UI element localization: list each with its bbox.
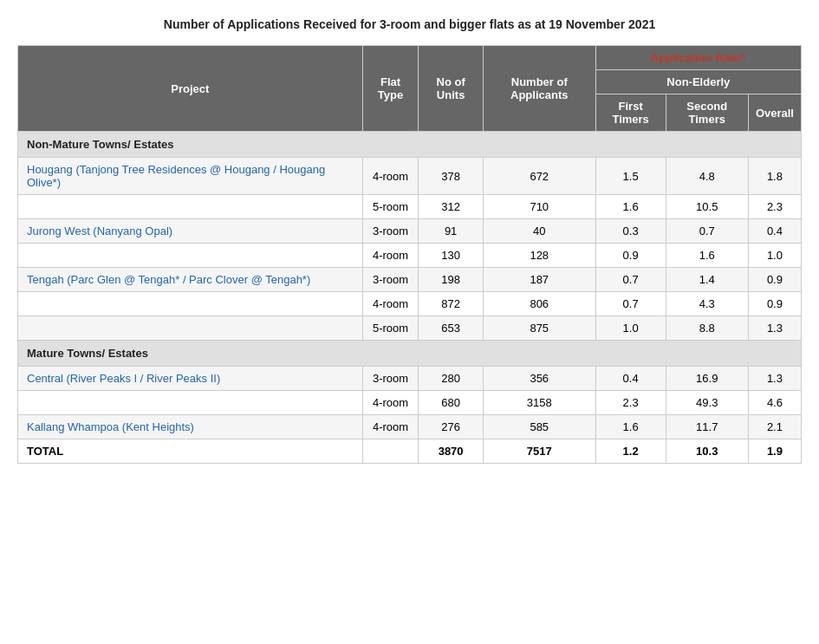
project-name: Tengah (Parc Glen @ Tengah* / Parc Clove… bbox=[18, 268, 363, 292]
table-row: Hougang (Tanjong Tree Residences @ Houga… bbox=[18, 158, 802, 195]
overall-cell: 2.1 bbox=[748, 415, 801, 439]
overall-cell: 4.6 bbox=[748, 391, 801, 415]
project-name bbox=[18, 316, 363, 341]
overall-cell: 1.3 bbox=[748, 316, 801, 341]
project-name bbox=[18, 391, 363, 415]
second-timers-cell: 49.3 bbox=[666, 391, 748, 415]
flat-type-cell: 4-room bbox=[362, 244, 419, 268]
table-row: Jurong West (Nanyang Opal)3-room91400.30… bbox=[18, 219, 802, 244]
no-units-cell: 130 bbox=[419, 244, 484, 268]
total-first-timers: 1.2 bbox=[595, 439, 666, 464]
first-timers-cell: 0.4 bbox=[595, 367, 666, 391]
no-units-cell: 680 bbox=[419, 391, 484, 415]
first-timers-cell: 0.9 bbox=[595, 244, 666, 268]
second-timers-cell: 8.8 bbox=[666, 316, 748, 341]
num-applicants-cell: 672 bbox=[483, 158, 595, 195]
project-name bbox=[18, 244, 363, 268]
flat-type-cell: 5-room bbox=[362, 195, 419, 219]
second-timers-cell: 16.9 bbox=[666, 367, 748, 391]
header-second-timers: Second Timers bbox=[666, 94, 748, 132]
second-timers-cell: 11.7 bbox=[666, 415, 748, 439]
header-overall: Overall bbox=[748, 94, 801, 132]
table-row: 5-room6538751.08.81.3 bbox=[18, 316, 802, 341]
first-timers-cell: 1.0 bbox=[595, 316, 666, 341]
second-timers-cell: 0.7 bbox=[666, 219, 748, 244]
num-applicants-cell: 128 bbox=[483, 244, 595, 268]
header-num-applicants: Number of Applicants bbox=[483, 46, 595, 132]
first-timers-cell: 1.6 bbox=[595, 195, 666, 219]
overall-cell: 0.4 bbox=[748, 219, 801, 244]
flat-type-cell: 4-room bbox=[362, 415, 419, 439]
header-first-timers: First Timers bbox=[595, 94, 666, 132]
overall-cell: 1.8 bbox=[748, 158, 801, 195]
no-units-cell: 312 bbox=[419, 195, 484, 219]
first-timers-cell: 0.3 bbox=[595, 219, 666, 244]
total-label: TOTAL bbox=[18, 439, 363, 464]
header-flat-type: Flat Type bbox=[362, 46, 419, 132]
num-applicants-cell: 187 bbox=[483, 268, 595, 292]
applications-table: Project Flat Type No of Units Number of … bbox=[17, 45, 802, 464]
second-timers-cell: 1.6 bbox=[666, 244, 748, 268]
no-units-cell: 378 bbox=[419, 158, 484, 195]
project-name: Hougang (Tanjong Tree Residences @ Houga… bbox=[18, 158, 363, 195]
first-timers-cell: 1.6 bbox=[595, 415, 666, 439]
header-non-elderly: Non-Elderly bbox=[595, 70, 801, 94]
section-header: Non-Mature Towns/ Estates bbox=[18, 132, 802, 158]
no-units-cell: 91 bbox=[419, 219, 484, 244]
first-timers-cell: 2.3 bbox=[595, 391, 666, 415]
table-row: 5-room3127101.610.52.3 bbox=[18, 195, 802, 219]
flat-type-cell: 4-room bbox=[362, 158, 419, 195]
table-row: Kallang Whampoa (Kent Heights)4-room2765… bbox=[18, 415, 802, 439]
section-header: Mature Towns/ Estates bbox=[18, 341, 802, 367]
table-row: 4-room68031582.349.34.6 bbox=[18, 391, 802, 415]
first-timers-cell: 1.5 bbox=[595, 158, 666, 195]
flat-type-cell: 4-room bbox=[362, 292, 419, 316]
no-units-cell: 653 bbox=[419, 316, 484, 341]
overall-cell: 2.3 bbox=[748, 195, 801, 219]
second-timers-cell: 4.8 bbox=[666, 158, 748, 195]
overall-cell: 1.3 bbox=[748, 367, 801, 391]
project-name bbox=[18, 292, 363, 316]
flat-type-cell: 5-room bbox=[362, 316, 419, 341]
overall-cell: 1.0 bbox=[748, 244, 801, 268]
flat-type-cell: 4-room bbox=[362, 391, 419, 415]
num-applicants-cell: 3158 bbox=[483, 391, 595, 415]
no-units-cell: 280 bbox=[419, 367, 484, 391]
num-applicants-cell: 806 bbox=[483, 292, 595, 316]
total-num-applicants: 7517 bbox=[483, 439, 595, 464]
header-no-units: No of Units bbox=[419, 46, 484, 132]
first-timers-cell: 0.7 bbox=[595, 292, 666, 316]
num-applicants-cell: 710 bbox=[483, 195, 595, 219]
table-row: 4-room1301280.91.61.0 bbox=[18, 244, 802, 268]
header-app-rate: Application Rate^ bbox=[595, 46, 801, 70]
table-row: Central (River Peaks I / River Peaks II)… bbox=[18, 367, 802, 391]
first-timers-cell: 0.7 bbox=[595, 268, 666, 292]
num-applicants-cell: 875 bbox=[483, 316, 595, 341]
table-row: 4-room8728060.74.30.9 bbox=[18, 292, 802, 316]
total-overall: 1.9 bbox=[748, 439, 801, 464]
page-title: Number of Applications Received for 3-ro… bbox=[17, 17, 802, 31]
total-no-units: 3870 bbox=[419, 439, 484, 464]
flat-type-cell: 3-room bbox=[362, 219, 419, 244]
total-row: TOTAL387075171.210.31.9 bbox=[18, 439, 802, 464]
num-applicants-cell: 40 bbox=[483, 219, 595, 244]
no-units-cell: 872 bbox=[419, 292, 484, 316]
project-name: Kallang Whampoa (Kent Heights) bbox=[18, 415, 363, 439]
header-project: Project bbox=[18, 46, 363, 132]
second-timers-cell: 10.5 bbox=[666, 195, 748, 219]
no-units-cell: 198 bbox=[419, 268, 484, 292]
total-second-timers: 10.3 bbox=[666, 439, 748, 464]
num-applicants-cell: 356 bbox=[483, 367, 595, 391]
num-applicants-cell: 585 bbox=[483, 415, 595, 439]
project-name: Central (River Peaks I / River Peaks II) bbox=[18, 367, 363, 391]
overall-cell: 0.9 bbox=[748, 292, 801, 316]
total-flat-type bbox=[362, 439, 419, 464]
no-units-cell: 276 bbox=[419, 415, 484, 439]
second-timers-cell: 4.3 bbox=[666, 292, 748, 316]
second-timers-cell: 1.4 bbox=[666, 268, 748, 292]
project-name: Jurong West (Nanyang Opal) bbox=[18, 219, 363, 244]
flat-type-cell: 3-room bbox=[362, 268, 419, 292]
table-row: Tengah (Parc Glen @ Tengah* / Parc Clove… bbox=[18, 268, 802, 292]
overall-cell: 0.9 bbox=[748, 268, 801, 292]
project-name bbox=[18, 195, 363, 219]
